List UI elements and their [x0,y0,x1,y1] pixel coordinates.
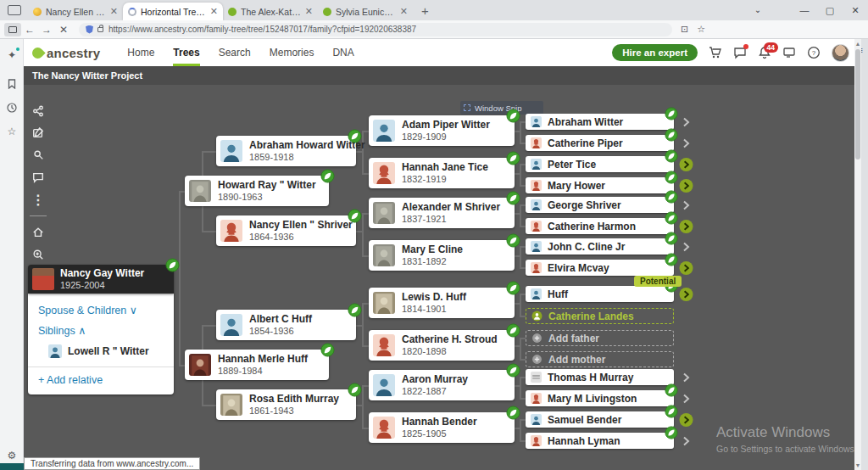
lock-icon[interactable] [97,27,103,32]
hint-leaf-icon[interactable] [165,258,180,272]
hint-leaf-icon[interactable] [665,405,678,418]
ai-sparkle-icon[interactable]: ✦ [0,46,24,64]
ancestor-row[interactable]: Hannah Lyman [526,433,674,449]
hint-leaf-icon[interactable] [506,406,520,420]
person-node[interactable]: Adam Piper Witter1829-1909 [369,115,515,146]
expand-chevron-icon[interactable] [679,370,693,384]
maximize-button[interactable]: ▢ [817,0,843,20]
tracking-shield-icon[interactable] [86,25,93,34]
person-node[interactable]: Hannah Bender1825-1905 [369,412,515,443]
tab-wikitree[interactable]: Nancy Ellen (Shriver) Witter - W ✕ [28,3,123,20]
tabs-list-chevron-icon[interactable]: ⌄ [748,0,768,20]
scrollbar-thumb[interactable] [855,49,860,159]
tab-close-icon[interactable]: ✕ [400,6,408,17]
edit-notes-icon[interactable] [27,122,49,144]
expand-chevron-icon[interactable] [679,260,693,275]
expand-chevron-icon[interactable] [679,178,693,193]
tab-close-icon[interactable]: ✕ [305,6,313,17]
hint-leaf-icon[interactable] [665,253,678,266]
nav-memories[interactable]: Memories [270,39,314,66]
cart-icon[interactable] [709,46,722,59]
tab-ancestry-tree-view[interactable]: Horizontal Tree View - Ancestry ✕ [123,3,223,20]
settings-gear-icon[interactable]: ⚙ [0,446,24,465]
bookmark-star-icon[interactable]: ☆ [697,24,705,35]
ancestor-row[interactable]: Catherine Harmon [526,218,674,234]
tab-tools-icon[interactable] [8,5,21,15]
hint-leaf-icon[interactable] [665,107,678,120]
person-node[interactable]: Catherine H. Stroud1820-1898 [369,330,515,361]
hint-leaf-icon[interactable] [348,209,362,223]
back-button[interactable]: ← [21,24,38,36]
sibling-list-item[interactable]: Lowell R " Witter [48,344,164,358]
bookmarks-icon[interactable] [0,75,24,93]
ancestor-row[interactable]: Mary M Livingston [526,390,674,406]
feedback-icon[interactable] [782,46,796,59]
hint-leaf-icon[interactable] [665,171,678,184]
hint-leaf-icon[interactable] [506,233,520,248]
ancestor-row[interactable]: Catherine Piper [526,135,674,151]
close-button[interactable]: ✕ [843,0,868,20]
star-icon[interactable]: ☆ [0,122,24,141]
new-tab-button[interactable]: + [421,3,429,18]
hint-leaf-icon[interactable] [506,109,520,123]
expand-chevron-icon[interactable] [679,412,693,427]
person-node[interactable]: Hannah Jane Tice1832-1919 [369,158,515,188]
ancestor-row[interactable]: John C. Cline Jr [526,238,674,255]
hire-an-expert-button[interactable]: Hire an expert [612,44,698,61]
hint-leaf-icon[interactable] [348,303,362,317]
focus-person-card[interactable]: Nancy Gay Witter 1925-2004 [28,265,174,294]
add-parent-row[interactable]: Add father [526,330,674,346]
expand-chevron-icon[interactable] [679,391,693,406]
hint-leaf-icon[interactable] [665,232,678,245]
tree-canvas[interactable]: ⋮ Nancy Gay Witter 1925-2004 Spouse & Ch… [24,85,861,470]
person-node[interactable]: Hannah Merle Huff1889-1984 [185,350,329,380]
user-avatar[interactable] [832,44,849,62]
url-bar[interactable]: https://www.ancestry.com/family-tree/tre… [79,23,672,36]
hint-leaf-icon[interactable] [665,426,678,439]
expand-chevron-icon[interactable] [679,198,693,212]
more-options-icon[interactable]: ⋮ [27,188,49,210]
nav-dna[interactable]: DNA [332,39,353,66]
person-node[interactable]: Albert C Huff1854-1936 [216,310,356,340]
potential-ancestor-row[interactable]: Catherine Landes [526,308,674,324]
ancestor-row[interactable]: HuffPotential [526,286,674,302]
hint-leaf-icon[interactable] [665,190,678,204]
help-icon[interactable]: ? [807,46,821,59]
page-scrollbar[interactable]: ▲ ▼ [854,39,861,470]
spouse-children-toggle[interactable]: Spouse & Children ∨ [38,304,164,316]
sidebar-toggle-button[interactable] [4,23,21,36]
expand-chevron-icon[interactable] [679,115,693,129]
find-person-icon[interactable] [27,144,49,166]
ancestor-row[interactable]: Peter Tice [526,156,674,172]
person-node[interactable]: Aaron Murray1822-1887 [369,370,515,400]
ancestor-row[interactable]: Elvira Mcvay [526,260,674,276]
scroll-up-icon[interactable]: ▲ [854,41,861,47]
hint-leaf-icon[interactable] [320,169,335,183]
person-node[interactable]: Mary E Cline1831-1892 [369,240,515,271]
siblings-toggle[interactable]: Siblings ∧ [38,324,164,337]
nav-search[interactable]: Search [219,39,251,66]
hint-leaf-icon[interactable] [506,363,520,378]
person-node[interactable]: Howard Ray " Witter1890-1963 [185,176,329,206]
expand-chevron-icon[interactable] [679,434,693,448]
add-relative-button[interactable]: + Add relative [38,374,164,386]
tab-close-icon[interactable]: ✕ [210,6,218,17]
zoom-in-icon[interactable] [27,243,49,266]
hint-leaf-icon[interactable] [506,323,520,338]
notifications-bell-icon[interactable]: 44 [758,46,771,59]
share-icon[interactable] [27,100,49,122]
nav-home[interactable]: Home [127,39,154,66]
expand-chevron-icon[interactable] [679,219,693,233]
tab-close-icon[interactable]: ✕ [110,6,118,17]
ancestor-row[interactable]: George Shriver [526,197,674,213]
forward-button[interactable]: → [38,24,55,36]
ancestry-logo[interactable]: ancestry [32,46,100,60]
stop-button[interactable]: ✕ [55,24,72,36]
hint-leaf-icon[interactable] [320,343,335,357]
hint-leaf-icon[interactable] [665,128,678,142]
ancestor-row[interactable]: Samuel Bender [526,411,674,428]
hint-leaf-icon[interactable] [348,129,362,143]
hint-leaf-icon[interactable] [506,191,520,205]
ancestor-row[interactable]: Abraham Witter [526,114,674,130]
person-node[interactable]: Lewis D. Huff1814-1901 [369,288,515,318]
